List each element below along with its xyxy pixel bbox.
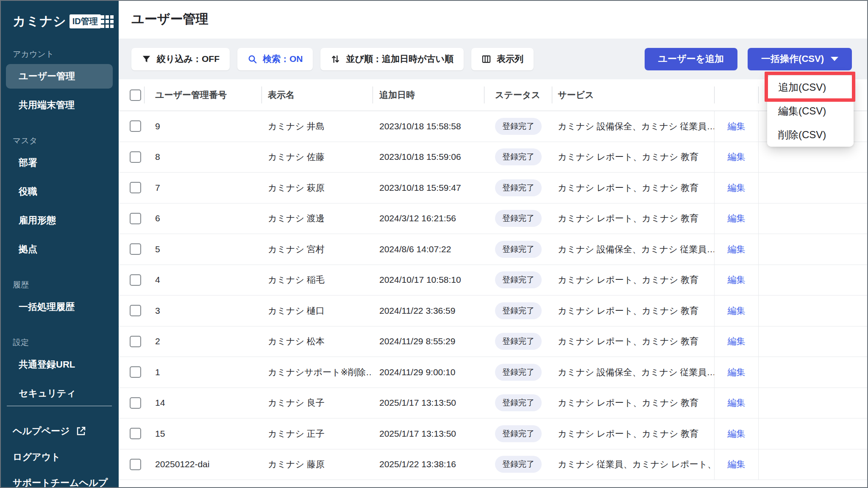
row-checkbox[interactable] — [130, 397, 141, 409]
bulk-csv-dropdown-menu: 追加(CSV) 編集(CSV) 削除(CSV) — [767, 75, 854, 147]
section-items: 一括処理履歴 — [0, 295, 119, 319]
sidebar-item-departments[interactable]: 部署 — [6, 151, 113, 175]
sidebar-item-sites[interactable]: 拠点 — [6, 237, 113, 262]
edit-link[interactable]: 編集 — [728, 212, 746, 224]
cell-added-date: 2024/3/12 16:21:56 — [373, 204, 484, 234]
user-table: ユーザー管理番号 表示名 追加日時 ステータス サービス 9 カミナシ 井島 2… — [119, 79, 868, 488]
table-row: 8 カミナシ 佐藤 2023/10/18 15:59:06 登録完了 カミナシ … — [119, 142, 868, 173]
cell-display-name: カミナシ 渡邊 — [262, 204, 373, 234]
table-row: 14 カミナシ 良子 2025/1/17 13:13:50 登録完了 カミナシ … — [119, 388, 868, 419]
sidebar-item-users[interactable]: ユーザー管理 — [6, 64, 113, 89]
cell-added-date: 2025/1/22 13:38:16 — [373, 449, 484, 480]
section-items: 部署 役職 雇用形態 拠点 — [0, 151, 119, 262]
logout-label: ログアウト — [13, 450, 61, 464]
cell-added-date: 2023/10/18 15:58:58 — [373, 111, 484, 142]
add-user-button[interactable]: ユーザーを追加 — [645, 48, 738, 70]
filter-label: 絞り込み：OFF — [157, 53, 220, 65]
status-badge: 登録完了 — [495, 118, 542, 135]
cell-display-name: カミナシ 藤原 — [262, 449, 373, 480]
search-button[interactable]: 検索：ON — [237, 48, 313, 70]
bulk-csv-button[interactable]: 一括操作(CSV) — [748, 48, 852, 70]
status-badge: 登録完了 — [495, 148, 542, 165]
cell-user-number: 7 — [144, 173, 262, 203]
cell-user-number: 20250122-dai — [144, 449, 262, 480]
sidebar-item-support-help[interactable]: サポートチームヘルプページ環境 — [6, 470, 113, 488]
caret-down-icon — [831, 57, 838, 61]
sidebar-item-logout[interactable]: ログアウト — [6, 444, 113, 470]
sidebar-nav: アカウント ユーザー管理 共用端末管理 マスタ 部署 役職 雇用形態 拠点 履歴… — [0, 30, 119, 406]
edit-link[interactable]: 編集 — [728, 366, 746, 378]
columns-button[interactable]: 表示列 — [471, 48, 534, 70]
cell-services: カミナシ 設備保全、カミナシ 従業員… — [552, 234, 714, 265]
row-checkbox[interactable] — [130, 336, 141, 347]
cell-display-name: カミナシ 井島 — [262, 111, 373, 142]
table-row: 2 カミナシ 松本 2024/11/29 8:55:29 登録完了 カミナシ レ… — [119, 326, 868, 357]
toolbar-right: ユーザーを追加 一括操作(CSV) — [645, 48, 852, 70]
edit-link[interactable]: 編集 — [728, 335, 746, 347]
cell-display-name: カミナシ 松本 — [262, 326, 373, 357]
row-checkbox[interactable] — [130, 182, 141, 193]
section-label: マスタ — [13, 135, 119, 146]
section-label: 履歴 — [13, 279, 119, 290]
menu-item-3[interactable]: 削除(CSV) — [767, 123, 854, 147]
row-checkbox[interactable] — [130, 213, 141, 224]
table-row: 7 カミナシ 萩原 2023/10/18 15:59:47 登録完了 カミナシ … — [119, 173, 868, 204]
cell-services: カミナシ レポート、カミナシ 教育 — [552, 418, 714, 449]
edit-link[interactable]: 編集 — [728, 182, 746, 194]
menu-item-2[interactable]: 編集(CSV) — [767, 99, 854, 123]
table-row: 6 カミナシ 渡邊 2024/3/12 16:21:56 登録完了 カミナシ レ… — [119, 204, 868, 234]
edit-link[interactable]: 編集 — [728, 458, 746, 470]
edit-link[interactable]: 編集 — [728, 243, 746, 255]
row-checkbox[interactable] — [130, 151, 141, 163]
menu-item-1[interactable]: 追加(CSV) — [767, 75, 854, 99]
status-badge: 登録完了 — [495, 394, 542, 411]
cell-display-name: カミナシ 萩原 — [262, 173, 373, 203]
row-checkbox[interactable] — [130, 366, 141, 378]
sort-arrows-icon — [331, 54, 340, 64]
filter-icon — [142, 54, 151, 64]
edit-link[interactable]: 編集 — [728, 151, 746, 163]
search-icon — [248, 54, 257, 64]
edit-link[interactable]: 編集 — [728, 305, 746, 317]
cell-added-date: 2024/10/17 10:58:10 — [373, 265, 484, 296]
cell-display-name: カミナシサポート※削除… — [262, 357, 373, 388]
sort-button[interactable]: 並び順：追加日時が古い順 — [320, 48, 463, 70]
sidebar-item-security[interactable]: セキュリティ — [6, 381, 113, 406]
header-cell-edit — [714, 79, 758, 111]
edit-link[interactable]: 編集 — [728, 274, 746, 286]
select-all-checkbox[interactable] — [130, 89, 141, 101]
sidebar-divider — [7, 406, 112, 406]
sidebar-item-shared-devices[interactable]: 共用端末管理 — [6, 93, 113, 117]
app-grid-icon[interactable] — [101, 15, 114, 28]
table-body: 9 カミナシ 井島 2023/10/18 15:58:58 登録完了 カミナシ … — [119, 111, 868, 480]
row-checkbox[interactable] — [130, 243, 141, 255]
sidebar-item-roles[interactable]: 役職 — [6, 179, 113, 204]
edit-link[interactable]: 編集 — [728, 428, 746, 440]
row-checkbox[interactable] — [130, 305, 141, 316]
status-badge: 登録完了 — [495, 333, 542, 350]
status-badge: 登録完了 — [495, 425, 542, 442]
cell-services: カミナシ レポート、カミナシ 教育 — [552, 142, 714, 173]
help-page-label: ヘルプページ — [13, 424, 70, 438]
section-items: ユーザー管理 共用端末管理 — [0, 64, 119, 117]
sidebar-item-bulk-history[interactable]: 一括処理履歴 — [6, 295, 113, 319]
sidebar-item-employment-types[interactable]: 雇用形態 — [6, 208, 113, 233]
cell-user-number: 5 — [144, 234, 262, 265]
row-checkbox[interactable] — [130, 120, 141, 132]
sidebar-item-common-registration-url[interactable]: 共通登録URL — [6, 352, 113, 377]
cell-services: カミナシ レポート、カミナシ 教育 — [552, 326, 714, 357]
table-row: 3 カミナシ 樋口 2024/11/22 3:36:59 登録完了 カミナシ レ… — [119, 296, 868, 326]
add-user-label: ユーザーを追加 — [658, 53, 724, 65]
edit-link[interactable]: 編集 — [728, 120, 746, 132]
sidebar-item-help-page[interactable]: ヘルプページ — [6, 418, 113, 444]
table-row: 5 カミナシ 宮村 2024/8/6 14:07:22 登録完了 カミナシ 設備… — [119, 234, 868, 265]
filter-button[interactable]: 絞り込み：OFF — [131, 48, 230, 70]
cell-added-date: 2025/1/17 13:13:50 — [373, 418, 484, 449]
row-checkbox[interactable] — [130, 274, 141, 286]
row-checkbox[interactable] — [130, 459, 141, 470]
row-checkbox[interactable] — [130, 428, 141, 439]
cell-services: カミナシ レポート、カミナシ 教育 — [552, 204, 714, 234]
section-label: アカウント — [13, 49, 119, 60]
edit-link[interactable]: 編集 — [728, 397, 746, 409]
status-badge: 登録完了 — [495, 179, 542, 196]
